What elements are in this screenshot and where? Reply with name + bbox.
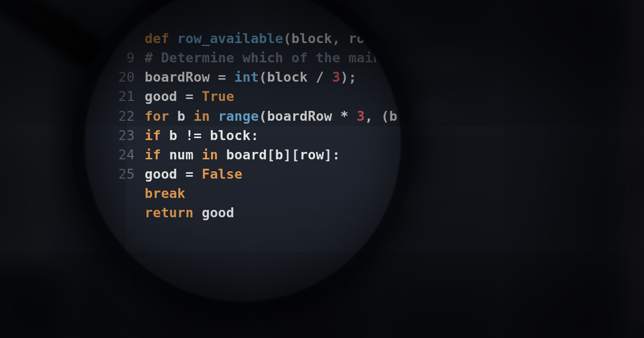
code-token: break — [145, 186, 185, 201]
code-token: return — [145, 205, 202, 220]
code-token: True — [202, 89, 234, 104]
line-number: 20 — [109, 67, 135, 87]
code-token: block — [291, 31, 332, 46]
code-token: * — [340, 108, 357, 124]
code-line-content: if num in board[b][row]: — [145, 145, 340, 164]
code-token: , ( — [365, 108, 389, 124]
code-line: 25good = False — [109, 164, 397, 184]
code-line-content: # Determine which of the main — [145, 48, 381, 67]
code-token: / — [316, 69, 332, 85]
magnified-code-block: def row_available(block, row9# Determine… — [109, 29, 397, 222]
code-token: , — [332, 31, 349, 46]
code-token: int — [234, 69, 259, 85]
code-token: b — [177, 108, 185, 124]
code-token: def — [145, 31, 177, 46]
code-token: ); — [340, 69, 357, 85]
code-line: 23if b != block: — [109, 126, 397, 145]
code-line: 24if num in board[b][row]: — [109, 145, 397, 164]
code-token: good — [145, 166, 177, 182]
code-line-content: for b in range(boardRow * 3, (b — [145, 106, 397, 126]
code-token: row — [300, 147, 324, 162]
code-token: != — [177, 128, 210, 143]
code-token: good — [145, 89, 177, 104]
code-line-content: if b != block: — [145, 126, 259, 145]
code-token: 3 — [357, 108, 365, 124]
code-token: for — [145, 108, 177, 124]
code-token: board — [226, 147, 267, 162]
code-token: ( — [259, 69, 267, 85]
code-line-content: good = True — [145, 87, 234, 106]
code-token: False — [202, 166, 242, 182]
line-number: 25 — [109, 164, 135, 184]
code-token: boardRow — [267, 108, 340, 124]
code-token: ( — [259, 108, 267, 124]
code-token: 3 — [332, 69, 340, 85]
code-token: = — [177, 166, 202, 182]
magnifier-lens: def row_available(block, row9# Determine… — [84, 0, 401, 302]
code-token: in — [185, 108, 218, 124]
blurred-minimap — [629, 0, 644, 338]
code-line-content: boardRow = int(block / 3); — [145, 67, 357, 87]
line-number: 23 — [109, 126, 135, 145]
code-token: num — [169, 147, 193, 162]
code-token: block — [267, 69, 316, 85]
line-number: 24 — [109, 145, 135, 164]
code-token: [ — [267, 147, 275, 162]
blurred-file-explorer — [0, 0, 64, 338]
code-line: 20boardRow = int(block / 3); — [109, 67, 397, 87]
code-token: # Determine which of the main — [145, 50, 381, 65]
code-token: ]: — [324, 147, 340, 162]
code-line: return good — [109, 203, 397, 222]
code-line-content: return good — [145, 203, 234, 222]
code-token: in — [194, 147, 226, 162]
code-line-content: good = False — [145, 164, 242, 184]
code-line: 21good = True — [109, 87, 397, 106]
code-line-content: def row_available(block, row — [145, 29, 373, 48]
code-token: b — [389, 108, 397, 124]
code-token: if — [145, 147, 169, 162]
code-token: if — [145, 128, 169, 143]
code-token: boardRow — [145, 69, 210, 85]
code-token: = — [177, 89, 202, 104]
code-token: ][ — [283, 147, 300, 162]
code-line-content: break — [145, 184, 185, 203]
code-line: 9# Determine which of the main — [109, 48, 397, 67]
code-token: : — [251, 128, 259, 143]
code-line: 22for b in range(boardRow * 3, (b — [109, 106, 397, 126]
code-token: b — [275, 147, 283, 162]
code-token: range — [218, 108, 259, 124]
line-number: 21 — [109, 87, 135, 106]
code-line: break — [109, 184, 397, 203]
code-token: ( — [283, 31, 291, 46]
code-token: block — [210, 128, 251, 143]
code-token: good — [202, 205, 234, 220]
code-token: b — [169, 128, 177, 143]
code-token: row_available — [177, 31, 283, 46]
code-line: def row_available(block, row — [109, 29, 397, 48]
line-number: 22 — [109, 106, 135, 126]
code-token: = — [210, 69, 234, 85]
